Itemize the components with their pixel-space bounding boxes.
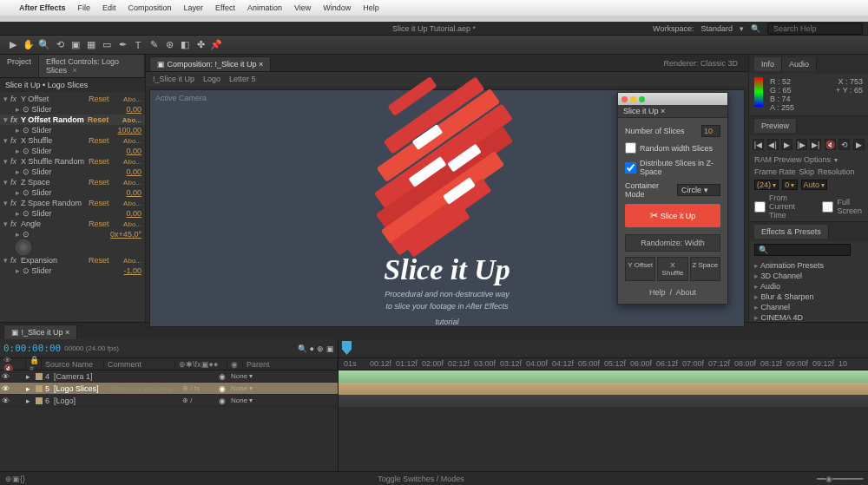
ec-prop[interactable]: ▾fxAngleResetAbo... xyxy=(0,219,145,229)
traffic-min-icon[interactable] xyxy=(630,96,636,102)
menu-effect[interactable]: Effect xyxy=(215,3,235,12)
ep-category[interactable]: Blur & Sharpen xyxy=(749,292,868,302)
hand-tool[interactable]: ✋ xyxy=(21,37,36,53)
cti-icon[interactable] xyxy=(342,341,352,355)
ep-category[interactable]: Animation Presets xyxy=(749,260,868,271)
selection-tool[interactable]: ▶ xyxy=(5,37,21,53)
tl-opt3-icon[interactable]: ▣ xyxy=(326,344,334,353)
ec-slider[interactable]: ▸⊙ Slider0,00 xyxy=(0,208,145,219)
workspace-value[interactable]: Standard xyxy=(700,24,733,33)
ec-prop[interactable]: ▾fxY OffsetResetAbo... xyxy=(0,94,145,104)
menu-file[interactable]: File xyxy=(78,3,91,12)
tab-project[interactable]: Project xyxy=(0,55,39,77)
zoom-tool[interactable]: 🔍 xyxy=(36,37,52,53)
camera-tool[interactable]: ▣ xyxy=(68,37,83,53)
ep-category[interactable]: CINEMA 4D xyxy=(749,312,868,323)
ec-slider[interactable]: ▸⊙ Slider0,00 xyxy=(0,187,145,198)
menu-help[interactable]: Help xyxy=(363,3,379,12)
menu-layer[interactable]: Layer xyxy=(184,3,204,12)
layer-bar-slices[interactable] xyxy=(339,383,868,395)
tab-audio[interactable]: Audio xyxy=(782,57,817,71)
ec-slider[interactable]: ▸⊙ Slider0,00 xyxy=(0,104,145,115)
brush-tool[interactable]: ✎ xyxy=(146,37,161,53)
slice-it-up-button[interactable]: ✂ Slice it Up xyxy=(625,204,720,227)
timeline-layer[interactable]: 👁▸4[Camera 1]◉None ▾ xyxy=(0,370,338,383)
traffic-close-icon[interactable] xyxy=(621,96,628,102)
last-frame-button[interactable]: ▶| xyxy=(810,139,821,150)
num-slices-input[interactable] xyxy=(701,125,720,137)
ram-preview-label[interactable]: RAM Preview Options xyxy=(754,155,831,164)
ec-slider[interactable]: ▸⊙ 0x+45,0° xyxy=(0,229,145,239)
tl-icon-2[interactable]: ▣ xyxy=(12,475,20,483)
next-frame-button[interactable]: |▶ xyxy=(796,139,807,150)
from-current-checkbox[interactable] xyxy=(754,201,766,213)
ec-slider[interactable]: ▸⊙ Slider0,00 xyxy=(0,146,145,156)
search-help-input[interactable] xyxy=(767,23,863,35)
app-menu[interactable]: After Effects xyxy=(19,3,66,12)
crumb-0[interactable]: !_Slice it Up xyxy=(153,75,194,83)
traffic-max-icon[interactable] xyxy=(639,96,645,102)
toggle-switches-button[interactable]: Toggle Switches / Modes xyxy=(378,475,464,483)
ep-category[interactable]: Audio xyxy=(749,281,868,292)
crumb-1[interactable]: Logo xyxy=(203,75,220,83)
random-width-checkbox[interactable] xyxy=(625,142,636,154)
preview-res-select[interactable]: Auto ▾ xyxy=(801,180,828,190)
ep-category[interactable]: Channel xyxy=(749,302,868,312)
composition-viewport[interactable]: Active Camera Slice it Up Procedural and… xyxy=(149,89,745,327)
angle-knob[interactable] xyxy=(16,239,31,255)
tab-composition[interactable]: ▣ Composition: !_Slice it Up × xyxy=(149,56,271,71)
loop-button[interactable]: ⟲ xyxy=(838,139,850,150)
clone-tool[interactable]: ⊛ xyxy=(161,37,177,53)
tab-effect-controls[interactable]: Effect Controls: Logo Slices × xyxy=(39,55,145,77)
menu-window[interactable]: Window xyxy=(323,3,351,12)
zoom-slider[interactable]: ━━◉━━━━━━━ xyxy=(817,475,863,483)
shape-tool[interactable]: ▭ xyxy=(99,37,115,53)
renderer-value[interactable]: Classic 3D xyxy=(700,59,738,68)
fullscreen-checkbox[interactable] xyxy=(822,201,833,213)
tl-icon-1[interactable]: ⊕ xyxy=(5,475,12,483)
randomize-width-button[interactable]: Randomize: Width xyxy=(625,234,720,252)
tl-icon-3[interactable]: {} xyxy=(20,475,25,483)
rotate-tool[interactable]: ⟲ xyxy=(52,37,68,53)
layer-bar-camera[interactable] xyxy=(339,370,868,383)
ec-prop[interactable]: ▾fxX ShuffleResetAbo... xyxy=(0,135,145,146)
puppet-tool[interactable]: 📌 xyxy=(208,37,224,53)
z-space-button[interactable]: Z Space xyxy=(690,257,720,281)
container-mode-select[interactable]: Circle ▾ xyxy=(677,184,720,196)
tab-info[interactable]: Info xyxy=(754,57,782,71)
ec-prop[interactable]: ▾fxZ SpaceResetAbo... xyxy=(0,177,145,187)
crumb-2[interactable]: Letter 5 xyxy=(229,75,256,83)
ec-prop[interactable]: ▾fxExpansionResetAbo... xyxy=(0,255,145,265)
tab-timeline[interactable]: ▣ !_Slice it Up × xyxy=(3,324,77,339)
ec-slider[interactable]: ▸⊙ Slider0,00 xyxy=(0,167,145,177)
timeline-layer[interactable]: 👁▸5[Logo Slices]Slice it Up preComp⊕ / f… xyxy=(0,383,338,395)
ec-slider[interactable]: ▸⊙ Slider-1,00 xyxy=(0,265,145,276)
plugin-titlebar[interactable] xyxy=(618,93,727,105)
y-offset-button[interactable]: Y Offset xyxy=(625,257,655,281)
pen-tool[interactable]: ✒ xyxy=(115,37,130,53)
menu-composition[interactable]: Composition xyxy=(128,3,172,12)
mute-button[interactable]: 🔇 xyxy=(825,139,836,150)
tl-opt2-icon[interactable]: ⊕ xyxy=(317,344,324,353)
close-icon[interactable]: × xyxy=(70,66,77,75)
skip-select[interactable]: 0 ▾ xyxy=(782,180,797,190)
effects-search-input[interactable] xyxy=(754,244,851,256)
menu-view[interactable]: View xyxy=(294,3,311,12)
time-ruler[interactable] xyxy=(339,339,868,358)
play-button[interactable]: ▶ xyxy=(781,139,792,150)
pan-behind-tool[interactable]: ▦ xyxy=(83,37,99,53)
layer-bars[interactable] xyxy=(339,370,868,471)
plugin-about-link[interactable]: About xyxy=(676,288,697,297)
text-tool[interactable]: T xyxy=(130,37,146,53)
menu-animation[interactable]: Animation xyxy=(247,3,282,12)
timeline-layer[interactable]: 👁▸6[Logo]⊕ /◉None ▾ xyxy=(0,395,338,407)
ep-category[interactable]: 3D Channel xyxy=(749,271,868,281)
eraser-tool[interactable]: ◧ xyxy=(177,37,193,53)
slice-it-up-panel[interactable]: Slice it Up × Number of Slices Random wi… xyxy=(617,92,728,305)
distribute-z-checkbox[interactable] xyxy=(625,162,636,174)
ec-prop[interactable]: ▾fxZ Space RandomResetAbo... xyxy=(0,198,145,208)
layer-bar-logo[interactable] xyxy=(339,395,868,407)
plugin-help-link[interactable]: Help xyxy=(649,288,666,297)
tl-opt1-icon[interactable]: ● xyxy=(310,344,314,353)
ram-preview-button[interactable]: ▶ xyxy=(853,139,865,150)
